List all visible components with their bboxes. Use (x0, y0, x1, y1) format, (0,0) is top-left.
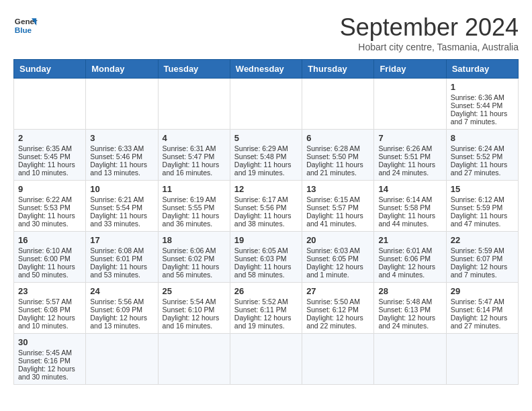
day-number: 17 (90, 235, 153, 245)
calendar-cell-16: 16Sunrise: 6:10 AMSunset: 6:00 PMDayligh… (14, 232, 86, 283)
empty-cell (14, 79, 86, 130)
subtitle: Hobart city centre, Tasmania, Australia (340, 42, 519, 52)
day-number: 11 (163, 184, 226, 194)
day-number: 5 (234, 133, 298, 143)
empty-cell (446, 334, 518, 385)
calendar-week-1: 1Sunrise: 6:36 AMSunset: 5:44 PMDaylight… (14, 79, 519, 130)
day-number: 19 (234, 235, 298, 245)
calendar-cell-3: 3Sunrise: 6:33 AMSunset: 5:46 PMDaylight… (86, 130, 158, 181)
calendar-cell-8: 8Sunrise: 6:24 AMSunset: 5:52 PMDaylight… (446, 130, 518, 181)
calendar-cell-30: 30Sunrise: 5:45 AMSunset: 6:16 PMDayligh… (14, 334, 86, 385)
day-number: 18 (163, 235, 226, 245)
svg-text:Blue: Blue (15, 26, 32, 34)
day-number: 6 (306, 133, 369, 143)
calendar-cell-12: 12Sunrise: 6:17 AMSunset: 5:56 PMDayligh… (230, 181, 302, 232)
day-number: 14 (378, 184, 441, 194)
day-number: 9 (18, 184, 81, 194)
day-number: 20 (306, 235, 369, 245)
calendar-week-2: 2Sunrise: 6:35 AMSunset: 5:45 PMDaylight… (14, 130, 519, 181)
calendar-cell-4: 4Sunrise: 6:31 AMSunset: 5:47 PMDaylight… (158, 130, 230, 181)
day-number: 4 (163, 133, 226, 143)
day-number: 2 (18, 133, 81, 143)
calendar-week-5: 23Sunrise: 5:57 AMSunset: 6:08 PMDayligh… (14, 283, 519, 334)
empty-cell (302, 334, 374, 385)
calendar-cell-15: 15Sunrise: 6:12 AMSunset: 5:59 PMDayligh… (446, 181, 518, 232)
calendar-cell-9: 9Sunrise: 6:22 AMSunset: 5:53 PMDaylight… (14, 181, 86, 232)
header-friday: Friday (374, 60, 446, 79)
day-number: 1 (451, 82, 514, 92)
day-number: 25 (163, 286, 226, 296)
header-thursday: Thursday (302, 60, 374, 79)
calendar-cell-26: 26Sunrise: 5:52 AMSunset: 6:11 PMDayligh… (230, 283, 302, 334)
calendar-cell-27: 27Sunrise: 5:50 AMSunset: 6:12 PMDayligh… (302, 283, 374, 334)
empty-cell (230, 334, 302, 385)
calendar-cell-7: 7Sunrise: 6:26 AMSunset: 5:51 PMDaylight… (374, 130, 446, 181)
calendar-cell-10: 10Sunrise: 6:21 AMSunset: 5:54 PMDayligh… (86, 181, 158, 232)
day-number: 13 (306, 184, 369, 194)
empty-cell (374, 79, 446, 130)
day-number: 26 (234, 286, 298, 296)
header-monday: Monday (86, 60, 158, 79)
calendar-week-3: 9Sunrise: 6:22 AMSunset: 5:53 PMDaylight… (14, 181, 519, 232)
calendar-cell-13: 13Sunrise: 6:15 AMSunset: 5:57 PMDayligh… (302, 181, 374, 232)
empty-cell (374, 334, 446, 385)
day-number: 23 (18, 286, 81, 296)
calendar-cell-28: 28Sunrise: 5:48 AMSunset: 6:13 PMDayligh… (374, 283, 446, 334)
logo-icon: General Blue (13, 13, 38, 38)
calendar-cell-2: 2Sunrise: 6:35 AMSunset: 5:45 PMDaylight… (14, 130, 86, 181)
empty-cell (158, 334, 230, 385)
calendar-week-4: 16Sunrise: 6:10 AMSunset: 6:00 PMDayligh… (14, 232, 519, 283)
calendar-table: SundayMondayTuesdayWednesdayThursdayFrid… (13, 59, 519, 385)
calendar-cell-25: 25Sunrise: 5:54 AMSunset: 6:10 PMDayligh… (158, 283, 230, 334)
header-tuesday: Tuesday (158, 60, 230, 79)
header-sunday: Sunday (14, 60, 86, 79)
day-number: 29 (451, 286, 514, 296)
day-number: 7 (378, 133, 441, 143)
day-number: 10 (90, 184, 153, 194)
day-number: 21 (378, 235, 441, 245)
day-number: 24 (90, 286, 153, 296)
header-wednesday: Wednesday (230, 60, 302, 79)
calendar-cell-17: 17Sunrise: 6:08 AMSunset: 6:01 PMDayligh… (86, 232, 158, 283)
calendar-cell-23: 23Sunrise: 5:57 AMSunset: 6:08 PMDayligh… (14, 283, 86, 334)
title-area: September 2024 Hobart city centre, Tasma… (340, 13, 519, 52)
empty-cell (158, 79, 230, 130)
day-number: 28 (378, 286, 441, 296)
day-number: 16 (18, 235, 81, 245)
calendar-week-6: 30Sunrise: 5:45 AMSunset: 6:16 PMDayligh… (14, 334, 519, 385)
logo: General Blue (13, 13, 38, 38)
day-number: 30 (18, 337, 81, 347)
empty-cell (86, 334, 158, 385)
day-number: 15 (451, 184, 514, 194)
calendar-cell-11: 11Sunrise: 6:19 AMSunset: 5:55 PMDayligh… (158, 181, 230, 232)
day-number: 22 (451, 235, 514, 245)
day-number: 8 (451, 133, 514, 143)
calendar-cell-24: 24Sunrise: 5:56 AMSunset: 6:09 PMDayligh… (86, 283, 158, 334)
calendar-cell-18: 18Sunrise: 6:06 AMSunset: 6:02 PMDayligh… (158, 232, 230, 283)
calendar-cell-6: 6Sunrise: 6:28 AMSunset: 5:50 PMDaylight… (302, 130, 374, 181)
header: General Blue September 2024 Hobart city … (13, 13, 519, 52)
calendar-cell-20: 20Sunrise: 6:03 AMSunset: 6:05 PMDayligh… (302, 232, 374, 283)
empty-cell (86, 79, 158, 130)
calendar-cell-29: 29Sunrise: 5:47 AMSunset: 6:14 PMDayligh… (446, 283, 518, 334)
empty-cell (302, 79, 374, 130)
calendar-cell-14: 14Sunrise: 6:14 AMSunset: 5:58 PMDayligh… (374, 181, 446, 232)
empty-cell (230, 79, 302, 130)
calendar-cell-19: 19Sunrise: 6:05 AMSunset: 6:03 PMDayligh… (230, 232, 302, 283)
header-saturday: Saturday (446, 60, 518, 79)
main-title: September 2024 (340, 13, 519, 42)
calendar-cell-22: 22Sunrise: 5:59 AMSunset: 6:07 PMDayligh… (446, 232, 518, 283)
calendar-cell-1: 1Sunrise: 6:36 AMSunset: 5:44 PMDaylight… (446, 79, 518, 130)
calendar-cell-21: 21Sunrise: 6:01 AMSunset: 6:06 PMDayligh… (374, 232, 446, 283)
calendar-header-row: SundayMondayTuesdayWednesdayThursdayFrid… (14, 60, 519, 79)
day-number: 3 (90, 133, 153, 143)
day-number: 27 (306, 286, 369, 296)
calendar-cell-5: 5Sunrise: 6:29 AMSunset: 5:48 PMDaylight… (230, 130, 302, 181)
day-number: 12 (234, 184, 298, 194)
